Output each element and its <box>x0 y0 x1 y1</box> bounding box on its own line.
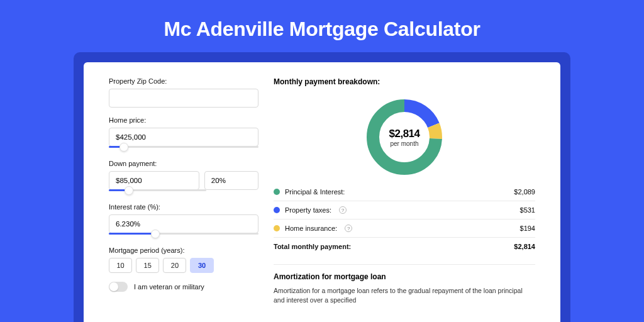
legend-value: $2,089 <box>514 188 535 196</box>
card-backdrop: Property Zip Code: Home price: Down paym… <box>74 52 570 322</box>
legend-dot-icon <box>274 207 280 213</box>
legend-dot-icon <box>274 225 280 231</box>
legend-total-row: Total monthly payment: $2,814 <box>274 237 535 255</box>
breakdown-column: Monthly payment breakdown: $2,814 per mo… <box>274 77 535 322</box>
legend-dot-icon <box>274 189 280 195</box>
total-label: Total monthly payment: <box>274 243 351 250</box>
period-option-30[interactable]: 30 <box>190 258 213 273</box>
period-option-20[interactable]: 20 <box>163 258 186 273</box>
legend-value: $531 <box>520 206 535 214</box>
calculator-card: Property Zip Code: Home price: Down paym… <box>84 62 560 322</box>
zip-field-block: Property Zip Code: <box>109 77 258 108</box>
amortization-section: Amortization for mortgage loan Amortizat… <box>274 264 535 304</box>
legend-value: $194 <box>520 225 535 232</box>
legend-label: Home insurance: <box>285 225 337 232</box>
down-payment-pct-input[interactable] <box>204 171 258 190</box>
period-option-10[interactable]: 10 <box>109 258 132 273</box>
period-option-15[interactable]: 15 <box>136 258 159 273</box>
amortization-title: Amortization for mortgage loan <box>274 272 535 281</box>
home-price-slider[interactable] <box>109 146 258 151</box>
period-label: Mortgage period (years): <box>109 247 258 254</box>
donut-caption: per month <box>390 140 418 147</box>
total-value: $2,814 <box>514 243 535 250</box>
slider-fill <box>109 233 155 235</box>
slider-thumb[interactable] <box>125 186 133 195</box>
interest-field-block: Interest rate (%): <box>109 203 258 238</box>
donut-chart: $2,814 per month <box>364 96 445 178</box>
interest-slider[interactable] <box>109 233 258 238</box>
zip-label: Property Zip Code: <box>109 77 258 85</box>
interest-label: Interest rate (%): <box>109 203 258 211</box>
donut-amount: $2,814 <box>389 128 420 140</box>
period-field-block: Mortgage period (years): 10152030 <box>109 247 258 273</box>
slider-thumb[interactable] <box>119 143 128 152</box>
slider-thumb[interactable] <box>151 230 160 238</box>
period-options: 10152030 <box>109 258 214 273</box>
legend-row: Home insurance:?$194 <box>274 219 535 237</box>
veteran-toggle-row: I am veteran or military <box>109 282 258 292</box>
home-price-label: Home price: <box>109 116 258 124</box>
amortization-body: Amortization for a mortgage loan refers … <box>274 286 535 304</box>
home-price-input[interactable] <box>109 128 258 147</box>
down-payment-slider[interactable] <box>109 189 206 194</box>
home-price-field-block: Home price: <box>109 116 258 151</box>
interest-input[interactable] <box>109 214 258 233</box>
donut-chart-wrap: $2,814 per month <box>274 92 535 183</box>
legend-row: Principal & Interest:$2,089 <box>274 183 535 201</box>
page-title: Mc Adenville Mortgage Calculator <box>0 0 644 52</box>
legend-label: Principal & Interest: <box>285 188 345 196</box>
down-payment-label: Down payment: <box>109 160 258 167</box>
info-icon[interactable]: ? <box>345 225 352 232</box>
legend-label: Property taxes: <box>285 206 331 214</box>
toggle-knob <box>109 282 118 291</box>
legend-row: Property taxes:?$531 <box>274 201 535 219</box>
down-payment-input[interactable] <box>109 171 199 190</box>
zip-input[interactable] <box>109 89 258 108</box>
veteran-toggle[interactable] <box>109 282 128 292</box>
down-payment-field-block: Down payment: <box>109 160 258 194</box>
breakdown-title: Monthly payment breakdown: <box>274 77 535 86</box>
info-icon[interactable]: ? <box>339 206 347 214</box>
veteran-label: I am veteran or military <box>134 283 204 291</box>
donut-center: $2,814 per month <box>364 96 445 178</box>
inputs-column: Property Zip Code: Home price: Down paym… <box>109 77 258 322</box>
legend-list: Principal & Interest:$2,089Property taxe… <box>274 183 535 237</box>
